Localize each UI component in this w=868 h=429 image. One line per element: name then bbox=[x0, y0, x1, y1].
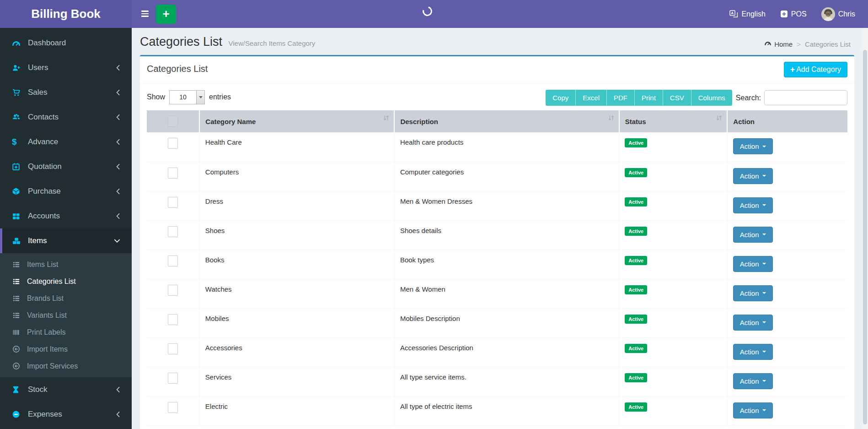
sidebar-subitem-label: Print Labels bbox=[27, 328, 66, 337]
plus-square-icon bbox=[780, 10, 788, 18]
sidebar-item-purchase[interactable]: Purchase bbox=[0, 179, 132, 204]
action-dropdown-button[interactable]: Action bbox=[733, 315, 773, 331]
table-row: Accessories Accessories Description Acti… bbox=[147, 337, 847, 367]
row-checkbox[interactable] bbox=[168, 138, 178, 149]
scrollbar-thumb[interactable] bbox=[863, 50, 867, 424]
entries-label: entries bbox=[209, 93, 231, 101]
minus-circle-icon bbox=[12, 410, 22, 419]
table-row: Services All type service items. Active … bbox=[147, 367, 847, 396]
breadcrumb-home-link[interactable]: Home bbox=[764, 40, 793, 48]
sidebar-subitem-categories-list[interactable]: Categories List bbox=[0, 273, 132, 290]
description-cell: All type of electric items bbox=[394, 396, 619, 425]
quick-add-button[interactable]: + bbox=[156, 5, 176, 24]
sidebar-subitem-import-services[interactable]: Import Services bbox=[0, 358, 132, 375]
row-checkbox[interactable] bbox=[168, 285, 178, 296]
action-dropdown-button[interactable]: Action bbox=[733, 138, 773, 154]
sidebar-subitem-print-labels[interactable]: Print Labels bbox=[0, 324, 132, 341]
sidebar-item-label: Quotation bbox=[28, 162, 62, 171]
add-category-button[interactable]: + Add Category bbox=[784, 62, 847, 77]
page-subtitle: View/Search Items Category bbox=[229, 39, 316, 47]
chevron-left-icon bbox=[116, 163, 120, 170]
sidebar-item-dashboard[interactable]: Dashboard bbox=[0, 31, 132, 55]
table-row: Computers Computer categories Active Act… bbox=[147, 162, 847, 191]
column-header-status[interactable]: Status bbox=[619, 110, 728, 132]
sidebar-item-label: Purchase bbox=[28, 187, 61, 196]
action-dropdown-button[interactable]: Action bbox=[733, 344, 773, 360]
sidebar-subitem-brands-list[interactable]: Brands List bbox=[0, 290, 132, 307]
action-dropdown-button[interactable]: Action bbox=[733, 402, 773, 418]
import-arrow-circle-icon bbox=[12, 345, 21, 354]
sidebar-item-sales[interactable]: Sales bbox=[0, 80, 132, 105]
language-menu[interactable]: English bbox=[729, 10, 765, 18]
show-label: Show bbox=[147, 93, 165, 101]
sidebar-item-users[interactable]: Users bbox=[0, 55, 132, 80]
sidebar-subitem-label: Categories List bbox=[27, 277, 76, 286]
sidebar-item-quotation[interactable]: Quotation bbox=[0, 154, 132, 179]
cubes-icon bbox=[12, 236, 22, 245]
category-name-cell: Electric bbox=[199, 396, 394, 425]
status-badge: Active bbox=[625, 227, 647, 236]
row-checkbox[interactable] bbox=[168, 197, 178, 208]
row-checkbox[interactable] bbox=[168, 314, 178, 325]
select-dropdown-button[interactable] bbox=[196, 91, 204, 104]
sidebar-item-contacts[interactable]: Contacts bbox=[0, 105, 132, 130]
sort-icon bbox=[716, 114, 723, 123]
chevron-left-icon bbox=[116, 139, 120, 145]
main-content: Categories List View/Search Items Catego… bbox=[132, 28, 868, 429]
sidebar-item-advance[interactable]: $ Advance bbox=[0, 130, 132, 154]
language-label: English bbox=[741, 10, 765, 18]
categories-table: Category Name Description Status Action bbox=[147, 110, 847, 426]
column-header-category-name[interactable]: Category Name bbox=[199, 110, 394, 132]
columns-visibility-button[interactable]: Columns bbox=[691, 90, 732, 106]
sidebar-subitem-label: Import Items bbox=[27, 345, 68, 353]
table-row: Shoes Shoes details Active Action bbox=[147, 220, 847, 250]
sidebar-item-items[interactable]: Items bbox=[0, 228, 132, 253]
export-copy-button[interactable]: Copy bbox=[546, 90, 576, 106]
row-checkbox[interactable] bbox=[168, 168, 178, 179]
description-cell: Accessories Description bbox=[394, 337, 619, 367]
pos-button[interactable]: POS bbox=[780, 10, 807, 18]
sidebar-item-stock[interactable]: Stock bbox=[0, 377, 132, 402]
column-header-description[interactable]: Description bbox=[394, 110, 619, 132]
row-checkbox[interactable] bbox=[168, 343, 178, 354]
sidebar-item-expenses[interactable]: Expenses bbox=[0, 402, 132, 427]
sort-icon bbox=[608, 114, 615, 123]
breadcrumb-current: Categories List bbox=[805, 40, 851, 48]
export-csv-button[interactable]: CSV bbox=[663, 90, 691, 106]
search-input[interactable] bbox=[764, 90, 847, 105]
export-pdf-button[interactable]: PDF bbox=[607, 90, 635, 106]
sidebar-item-accounts[interactable]: Accounts bbox=[0, 204, 132, 228]
sidebar-subitem-import-items[interactable]: Import Items bbox=[0, 341, 132, 358]
items-submenu: Items List Categories List Brands List V… bbox=[0, 253, 132, 377]
sidebar-subitem-items-list[interactable]: Items List bbox=[0, 256, 132, 273]
caret-down-icon bbox=[762, 292, 766, 294]
entries-select[interactable]: 10 bbox=[169, 90, 205, 104]
description-cell: All type service items. bbox=[394, 367, 619, 396]
select-all-checkbox[interactable] bbox=[168, 116, 178, 127]
action-dropdown-button[interactable]: Action bbox=[733, 373, 773, 389]
export-print-button[interactable]: Print bbox=[635, 90, 663, 106]
page-title: Categories List bbox=[140, 35, 222, 49]
category-name-cell: Watches bbox=[199, 279, 394, 308]
row-checkbox[interactable] bbox=[168, 255, 178, 266]
sidebar-subitem-variants-list[interactable]: Variants List bbox=[0, 307, 132, 324]
page-scrollbar[interactable] bbox=[862, 28, 868, 429]
row-checkbox[interactable] bbox=[168, 402, 178, 413]
action-dropdown-button[interactable]: Action bbox=[733, 197, 773, 213]
action-dropdown-button[interactable]: Action bbox=[733, 227, 773, 243]
description-cell: Health care products bbox=[394, 132, 619, 162]
pos-label: POS bbox=[791, 10, 807, 18]
status-badge: Active bbox=[625, 315, 647, 324]
action-dropdown-button[interactable]: Action bbox=[733, 256, 773, 272]
action-dropdown-button[interactable]: Action bbox=[733, 285, 773, 301]
action-dropdown-button[interactable]: Action bbox=[733, 168, 773, 184]
sidebar-toggle-hamburger-icon[interactable] bbox=[139, 7, 151, 20]
user-menu[interactable]: Chris bbox=[821, 7, 855, 21]
table-row: Dress Men & Women Dresses Active Action bbox=[147, 191, 847, 220]
row-checkbox[interactable] bbox=[168, 226, 178, 237]
app-logo[interactable]: Billing Book bbox=[0, 0, 132, 28]
export-excel-button[interactable]: Excel bbox=[576, 90, 607, 106]
row-checkbox[interactable] bbox=[168, 373, 178, 384]
dashboard-icon bbox=[764, 40, 772, 48]
topbar: Billing Book + English POS bbox=[0, 0, 868, 28]
